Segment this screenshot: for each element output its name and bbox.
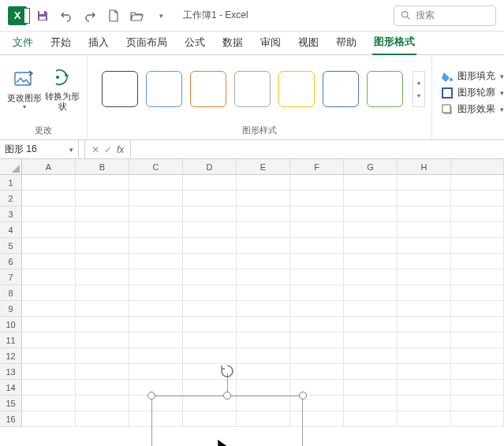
style-swatch-5[interactable]: [323, 71, 359, 107]
style-swatch-3[interactable]: [234, 71, 271, 107]
style-swatch-2[interactable]: [190, 71, 226, 107]
open-button[interactable]: [129, 8, 145, 24]
row-header-12[interactable]: 12: [0, 348, 22, 364]
tab-home[interactable]: 开始: [49, 31, 73, 54]
ribbon-group-styles: ▴▾ 图形样式: [88, 55, 432, 139]
enter-formula-button[interactable]: ✓: [104, 144, 112, 155]
tab-view[interactable]: 视图: [297, 31, 320, 54]
convert-to-shape-button[interactable]: 转换为形状: [44, 60, 80, 118]
formula-bar-row: 图形 16 ▾ ✕ ✓ fx: [0, 140, 504, 159]
col-header-B[interactable]: B: [76, 159, 129, 175]
rotation-handle[interactable]: [218, 362, 236, 380]
row-header-9[interactable]: 9: [0, 301, 22, 317]
row-header-2[interactable]: 2: [0, 191, 22, 206]
effects-icon: [442, 104, 453, 115]
select-all-button[interactable]: [0, 159, 22, 175]
row-header-3[interactable]: 3: [0, 206, 22, 222]
row-headers: 12345678910111213141516: [0, 175, 22, 427]
row-header-16[interactable]: 16: [0, 411, 22, 427]
formula-input[interactable]: [131, 140, 504, 158]
tab-file[interactable]: 文件: [11, 31, 35, 54]
document-title: 工作簿1 - Excel: [183, 9, 248, 22]
chevron-down-icon: ▾: [500, 72, 504, 80]
tab-review[interactable]: 审阅: [259, 31, 282, 54]
fish-shape-icon[interactable]: [162, 433, 292, 446]
col-header-D[interactable]: D: [183, 159, 237, 175]
tab-insert[interactable]: 插入: [87, 31, 110, 54]
search-placeholder: 搜索: [416, 9, 435, 22]
svg-point-5: [56, 76, 59, 79]
formula-controls: ✕ ✓ fx: [85, 140, 131, 158]
col-header-F[interactable]: F: [290, 159, 344, 175]
title-bar: X ▾ 工作簿1 - Excel 搜索: [0, 0, 504, 32]
tab-help[interactable]: 帮助: [334, 31, 358, 54]
row-header-4[interactable]: 4: [0, 222, 22, 238]
insert-function-button[interactable]: fx: [117, 144, 124, 155]
row-header-7[interactable]: 7: [0, 269, 22, 285]
shape-fill-button[interactable]: 图形填充▾: [442, 69, 504, 83]
change-graphic-button[interactable]: 更改图形 ▾: [6, 60, 43, 118]
style-swatch-4[interactable]: [278, 71, 315, 107]
tab-page-layout[interactable]: 页面布局: [125, 31, 169, 54]
svg-rect-1: [39, 17, 46, 20]
row-header-6[interactable]: 6: [0, 254, 22, 269]
undo-button[interactable]: [58, 8, 74, 24]
chevron-down-icon: ▾: [69, 146, 73, 154]
tab-data[interactable]: 数据: [221, 31, 245, 54]
chevron-down-icon: ▾: [500, 106, 504, 113]
chevron-down-icon: ▾: [23, 103, 26, 110]
col-header-extra[interactable]: [451, 159, 504, 175]
resize-handle-nw[interactable]: [147, 392, 155, 400]
save-icon: [36, 9, 49, 22]
tab-shape-format[interactable]: 图形格式: [372, 30, 416, 55]
col-header-G[interactable]: G: [344, 159, 398, 175]
name-box[interactable]: 图形 16 ▾: [0, 140, 79, 158]
row-header-15[interactable]: 15: [0, 396, 22, 411]
shape-outline-button[interactable]: 图形轮廓▾: [442, 86, 504, 99]
col-header-A[interactable]: A: [22, 159, 76, 175]
row-header-14[interactable]: 14: [0, 380, 22, 396]
resize-handle-ne[interactable]: [299, 392, 307, 400]
group-label-styles: 图形样式: [88, 123, 431, 139]
document-icon: [108, 9, 119, 22]
resize-handle-n[interactable]: [223, 392, 231, 400]
change-graphic-icon: [13, 69, 35, 88]
undo-icon: [60, 9, 73, 22]
ribbon-group-change: 更改图形 ▾ 转换为形状 更改: [0, 55, 88, 139]
qat-customize-button[interactable]: ▾: [153, 8, 169, 24]
svg-point-2: [402, 12, 408, 17]
svg-line-3: [407, 17, 409, 19]
namebox-resize-handle[interactable]: [79, 140, 85, 158]
redo-button[interactable]: [82, 8, 98, 24]
row-header-8[interactable]: 8: [0, 285, 22, 301]
shape-effects-button[interactable]: 图形效果▾: [442, 102, 504, 116]
row-header-13[interactable]: 13: [0, 364, 22, 380]
style-swatch-1[interactable]: [146, 71, 182, 107]
row-header-11[interactable]: 11: [0, 333, 22, 348]
col-header-E[interactable]: E: [237, 159, 290, 175]
folder-open-icon: [130, 10, 144, 21]
style-swatch-0[interactable]: [102, 71, 138, 107]
row-header-10[interactable]: 10: [0, 317, 22, 333]
tab-formulas[interactable]: 公式: [183, 31, 207, 54]
chevron-down-icon: ▾: [500, 89, 504, 97]
save-button[interactable]: [35, 8, 50, 24]
ribbon-tabs: 文件 开始 插入 页面布局 公式 数据 审阅 视图 帮助 图形格式: [0, 32, 504, 55]
col-header-H[interactable]: H: [398, 159, 451, 175]
cancel-formula-button[interactable]: ✕: [91, 144, 99, 155]
col-header-C[interactable]: C: [129, 159, 183, 175]
search-box[interactable]: 搜索: [394, 6, 496, 26]
redo-icon: [84, 9, 96, 22]
new-button[interactable]: [106, 8, 121, 24]
ribbon: 更改图形 ▾ 转换为形状 更改 ▴▾ 图形样式 图形填充▾ 图形轮廓▾: [0, 55, 504, 140]
style-swatch-6[interactable]: [367, 71, 403, 107]
row-header-1[interactable]: 1: [0, 175, 22, 191]
excel-logo-icon: X: [8, 6, 27, 25]
search-icon: [401, 10, 411, 20]
convert-shape-icon: [51, 68, 73, 87]
row-header-5[interactable]: 5: [0, 238, 22, 254]
outline-icon: [442, 87, 453, 98]
selected-shape[interactable]: [151, 396, 303, 446]
style-gallery-more-button[interactable]: ▴▾: [413, 71, 425, 107]
worksheet-grid: ABCDEFGH 12345678910111213141516: [0, 159, 504, 446]
